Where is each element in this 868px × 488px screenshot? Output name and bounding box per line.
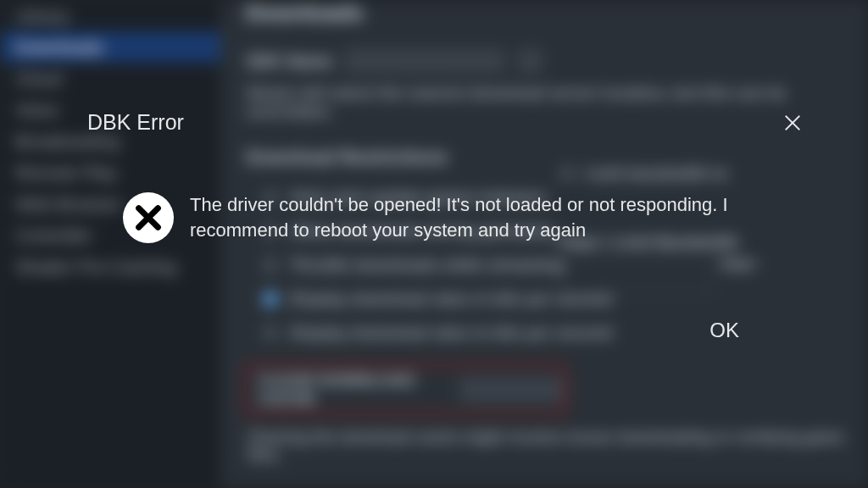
close-icon xyxy=(783,114,802,132)
checkbox-icon xyxy=(263,190,278,205)
right-header: Kbps / Limit Bandwidth xyxy=(559,233,746,252)
section-title: Downloads xyxy=(246,0,843,26)
bottom-description: Clearing the download cache might resolv… xyxy=(248,429,868,464)
background-settings-window: Library Downloads Cloud Voice Broadcasti… xyxy=(0,0,868,488)
clear-cache-field xyxy=(459,377,564,402)
check-label: Display download rates in bits per secon… xyxy=(290,324,612,342)
close-button[interactable] xyxy=(780,110,805,136)
sidebar-item: Broadcasting xyxy=(0,125,220,157)
sidebar-item: Library xyxy=(0,0,220,31)
sidebar-item: Cloud xyxy=(0,63,220,94)
sidebar-item: Remote Play xyxy=(0,157,220,188)
check-label: Throttle downloads while streaming xyxy=(290,256,565,274)
checkbox-icon xyxy=(263,224,278,239)
right-field xyxy=(559,257,712,294)
sidebar-item: Voice xyxy=(0,94,220,125)
settings-sidebar: Library Downloads Cloud Voice Broadcasti… xyxy=(0,0,220,488)
sidebar-item: Web Browser xyxy=(0,188,220,219)
right-suffix: kbps xyxy=(721,255,756,273)
clear-cache-label: CLEAR DOWNLOAD CACHE xyxy=(259,371,449,408)
region-field xyxy=(344,48,505,74)
right-check-label: Limit bandwidth to xyxy=(585,164,728,183)
sub-header: Download Restrictions xyxy=(246,147,843,169)
right-column: Limit bandwidth to Kbps / Limit Bandwidt… xyxy=(559,157,746,294)
checkbox-icon xyxy=(263,258,278,273)
checkbox-icon xyxy=(559,166,575,181)
region-description: Steam will select the nearest download s… xyxy=(246,84,843,121)
check-label: Allow downloads during gameplay xyxy=(290,222,554,241)
sidebar-item: Controller xyxy=(0,219,220,251)
sidebar-item: Shader Pre-Caching xyxy=(0,251,220,282)
checkbox-icon xyxy=(263,325,278,341)
checkbox-icon xyxy=(263,291,278,307)
check-label: Only auto-update games between xyxy=(290,188,547,207)
ok-button[interactable]: OK xyxy=(698,313,751,347)
sidebar-item-selected: Downloads xyxy=(0,31,220,63)
region-label: SDK Name xyxy=(246,52,332,71)
region-dropdown-icon xyxy=(517,48,542,74)
clear-cache-box: CLEAR DOWNLOAD CACHE xyxy=(244,364,566,415)
